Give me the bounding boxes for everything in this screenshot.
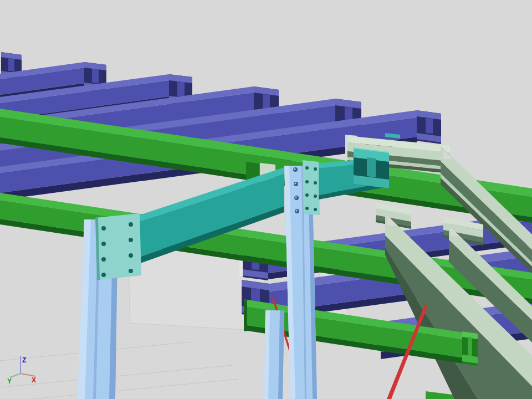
grid-line-3	[33, 379, 238, 399]
floor-beam-end-web[interactable]	[468, 337, 472, 358]
bolt-hole	[305, 207, 309, 210]
purlin-6-end-web[interactable]	[426, 118, 433, 134]
bolt-head-glint	[294, 182, 296, 184]
bolt-hole	[129, 253, 133, 258]
bolt-hole	[129, 238, 133, 242]
bolt-hole	[101, 273, 106, 277]
bolt-hole	[305, 180, 309, 183]
bolt-hole	[305, 166, 309, 170]
bolt-hole	[314, 195, 317, 198]
purlin-2-end-web[interactable]	[92, 69, 99, 83]
bolt-hole	[314, 167, 317, 171]
bolt-hole	[314, 181, 317, 185]
axis-x-label: X	[32, 376, 36, 384]
model-view[interactable]: ZXY	[0, 0, 532, 399]
cad-3d-viewport[interactable]: ZXY	[0, 0, 532, 399]
teal-beam-end-web[interactable]	[367, 157, 376, 177]
end-plate-middle[interactable]	[303, 160, 320, 215]
axis-y-label: Y	[7, 377, 12, 385]
bolt-hole	[314, 208, 317, 211]
bolt-head-glint	[294, 168, 295, 170]
bolt-head-glint	[295, 209, 297, 211]
end-plate-left[interactable]	[95, 213, 141, 280]
purlin-1-end-web[interactable]	[8, 58, 14, 71]
bolt-head-glint	[295, 196, 296, 198]
bolt-hole	[129, 222, 133, 227]
purlin-3-end-web[interactable]	[177, 81, 185, 96]
axis-y-line[interactable]	[10, 374, 21, 377]
bolt-hole	[129, 269, 133, 273]
bolt-hole	[101, 226, 106, 231]
bolt-hole	[101, 242, 106, 246]
bolt-hole	[305, 193, 309, 197]
bolt-hole	[101, 257, 106, 262]
axis-z-label: Z	[22, 356, 26, 364]
floor-beam-left-cut[interactable]	[244, 299, 247, 331]
